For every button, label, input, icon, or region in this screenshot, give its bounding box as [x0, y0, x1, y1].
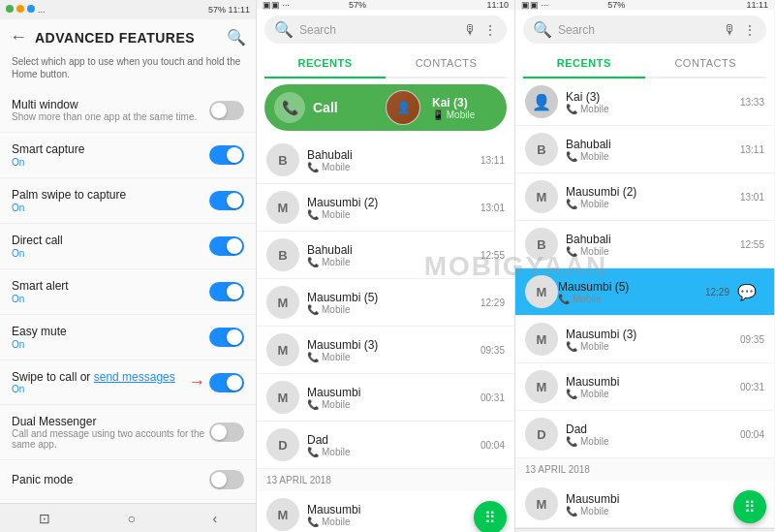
fab-dialpad-3[interactable]: ⠿	[733, 490, 766, 523]
avatar: M	[266, 333, 299, 366]
item-info: Mausumbi 📞 Mobile	[307, 503, 483, 527]
search-icon-header[interactable]: 🔍	[227, 28, 246, 47]
mic-icon-2[interactable]: 🎙	[464, 22, 478, 38]
setting-name-smart-alert: Smart alert	[12, 279, 209, 293]
avatar: M	[525, 323, 558, 356]
easy-mute-toggle[interactable]	[209, 328, 244, 347]
list-item[interactable]: M Mausumbi 📞 Mobile 00:31	[515, 363, 774, 411]
setting-desc: Show more than one app at the same time.	[12, 111, 209, 122]
search-icon-3: 🔍	[533, 20, 552, 39]
battery-1: 57%	[208, 5, 226, 15]
search-bar-3[interactable]: 🔍 Search 🎙 ⋮	[523, 16, 766, 44]
settings-list: Multi window Show more than one app at t…	[0, 88, 256, 503]
call-label: Call	[313, 100, 378, 115]
avatar: D	[266, 428, 299, 461]
item-sub: 📞 Mobile	[566, 199, 732, 209]
nav-back-1[interactable]: ‹	[204, 507, 225, 530]
dual-messenger-toggle[interactable]	[209, 422, 244, 442]
call-row[interactable]: 📞 Call 👤 Kai (3) 📱 Mobile	[264, 84, 507, 131]
item-name: Mausumbi (3)	[307, 338, 473, 352]
item-info: Mausumbi (5) 📞 Mobile	[307, 291, 473, 315]
item-sub: 📞 Mobile	[307, 352, 473, 362]
kai-sub: 📱 Mobile	[432, 110, 497, 120]
list-item[interactable]: M Mausumbi (3) 📞 Mobile 09:35	[257, 327, 514, 374]
item-info: Dad 📞 Mobile	[566, 422, 732, 447]
avatar: M	[525, 275, 558, 308]
swipe-call-status: On	[12, 384, 209, 394]
swipe-call-toggle[interactable]	[209, 373, 244, 392]
nav-recent-1[interactable]: ⊡	[31, 507, 58, 530]
back-button[interactable]: ←	[10, 27, 27, 47]
item-info: Mausumbi (3) 📞 Mobile	[566, 328, 732, 352]
item-sub: 📞 Mobile	[307, 399, 473, 410]
item-sub: 📞 Mobile	[566, 389, 732, 399]
time-1: 11:11	[228, 5, 250, 15]
setting-easy-mute: Easy mute On	[0, 315, 256, 360]
tab-contacts-2[interactable]: CONTACTS	[386, 49, 507, 77]
item-info: Kai (3) 📞 Mobile	[566, 90, 732, 114]
item-time: 13:01	[740, 192, 764, 203]
list-item[interactable]: B Bahubali 📞 Mobile 12:55	[257, 232, 514, 279]
item-time: 00:04	[480, 440, 505, 451]
bottom-nav-3: ⊡ ○ ‹	[515, 528, 774, 532]
item-info: Dad 📞 Mobile	[307, 433, 473, 457]
call-icon: 📞	[274, 92, 305, 123]
fab-dialpad-2[interactable]: ⠿	[474, 501, 507, 532]
panic-mode-toggle[interactable]	[209, 470, 244, 489]
status-icons-3: ▣▣ ···	[521, 0, 548, 10]
list-item[interactable]: M Mausumbi (3) 📞 Mobile 09:35	[515, 316, 774, 363]
more-icon-2[interactable]: ⋮	[483, 22, 497, 38]
multi-window-toggle[interactable]	[209, 101, 244, 120]
smart-capture-toggle[interactable]	[209, 145, 244, 165]
item-name: Kai (3)	[566, 90, 732, 104]
item-time: 00:31	[480, 392, 505, 403]
avatar: M	[266, 381, 299, 414]
item-name: Mausumbi	[566, 492, 743, 506]
item-name: Bahubali	[307, 148, 473, 162]
list-item[interactable]: M Mausumbi (5) 📞 Mobile 12:29	[257, 279, 514, 327]
list-item[interactable]: B Bahubali 📞 Mobile 13:11	[257, 137, 514, 184]
search-bar-2[interactable]: 🔍 Search 🎙 ⋮	[264, 16, 507, 44]
direct-call-toggle[interactable]	[209, 236, 244, 256]
kai-face: 👤	[387, 91, 419, 124]
list-item[interactable]: D Dad 📞 Mobile 00:04	[515, 411, 774, 458]
avatar: M	[525, 180, 558, 213]
list-item[interactable]: B Bahubali 📞 Mobile 13:11	[515, 126, 774, 173]
setting-direct-call: Direct call On	[0, 224, 256, 269]
list-item[interactable]: M Mausumbi (2) 📞 Mobile 13:01	[257, 184, 514, 232]
list-item[interactable]: M Mausumbi (2) 📞 Mobile 13:01	[515, 173, 774, 221]
item-time: 13:33	[740, 97, 764, 108]
smart-capture-status: On	[12, 157, 209, 168]
tab-contacts-3[interactable]: CONTACTS	[645, 49, 767, 77]
mic-icon-3[interactable]: 🎙	[724, 22, 737, 38]
list-item[interactable]: M Mausumbi 📞 Mobile :59 ⠿	[257, 491, 514, 532]
date-divider-2: 13 APRIL 2018	[257, 469, 514, 491]
kai-avatar: 👤	[386, 90, 420, 125]
status-bar-2: ▣▣ ··· 57% 11:10	[257, 0, 514, 10]
avatar: M	[266, 498, 299, 531]
list-item[interactable]: 👤 Kai (3) 📞 Mobile 13:33	[515, 78, 774, 126]
setting-name-dual-messenger: Dual Messenger	[12, 415, 209, 428]
message-action-button[interactable]: 💬	[729, 279, 764, 305]
nav-home-1[interactable]: ○	[119, 507, 142, 530]
avatar: M	[266, 191, 299, 224]
swipe-call-name: Swipe to call or send messages	[12, 370, 209, 384]
item-info: Bahubali 📞 Mobile	[307, 243, 473, 267]
list-item[interactable]: D Dad 📞 Mobile 00:04	[257, 422, 514, 469]
smart-alert-toggle[interactable]	[209, 282, 244, 301]
list-item[interactable]: B Bahubali 📞 Mobile 12:55	[515, 221, 774, 268]
item-name: Mausumbi (5)	[558, 280, 705, 294]
tab-recents-3[interactable]: RECENTS	[523, 49, 645, 78]
item-time: 13:11	[480, 155, 505, 166]
list-item[interactable]: M Mausumbi 📞 Mobile 00:31	[257, 374, 514, 422]
tab-recents-2[interactable]: RECENTS	[264, 49, 386, 78]
more-icon-3[interactable]: ⋮	[743, 22, 757, 38]
item-sub: 📞 Mobile	[307, 304, 473, 315]
send-messages-link[interactable]: send messages	[94, 370, 175, 384]
tabs-bar-2: RECENTS CONTACTS	[264, 49, 507, 78]
dot-green	[6, 5, 14, 13]
palm-swipe-toggle[interactable]	[209, 191, 244, 210]
status-text: ...	[38, 5, 46, 15]
avatar: D	[525, 418, 558, 451]
list-item[interactable]: M Mausumbi 📞 Mobile :59 ⠿	[515, 481, 774, 528]
